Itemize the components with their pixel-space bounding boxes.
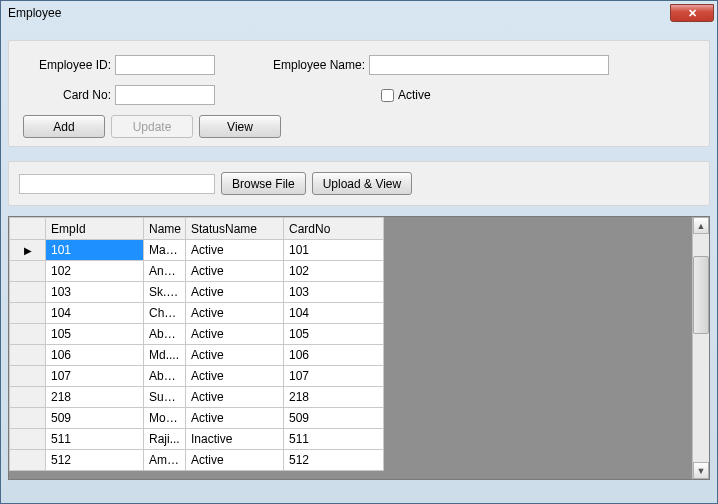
upload-view-button[interactable]: Upload & View [312, 172, 413, 195]
cell-empid[interactable]: 102 [46, 261, 144, 282]
cell-name[interactable]: Sk.A... [144, 282, 186, 303]
cell-empid[interactable]: 103 [46, 282, 144, 303]
cell-status[interactable]: Active [186, 345, 284, 366]
row-header[interactable] [10, 303, 46, 324]
cell-cardno[interactable]: 512 [284, 450, 384, 471]
table-row[interactable]: 509Moh...Active509 [10, 408, 384, 429]
add-button[interactable]: Add [23, 115, 105, 138]
employee-id-input[interactable] [115, 55, 215, 75]
table-row[interactable]: 104Cha...Active104 [10, 303, 384, 324]
employee-id-label: Employee ID: [23, 58, 111, 72]
cell-status[interactable]: Active [186, 408, 284, 429]
cell-name[interactable]: Raji... [144, 429, 186, 450]
employee-name-input[interactable] [369, 55, 609, 75]
cell-status[interactable]: Active [186, 303, 284, 324]
cell-name[interactable]: Abd... [144, 366, 186, 387]
cell-empid[interactable]: 101 [46, 240, 144, 261]
cell-empid[interactable]: 107 [46, 366, 144, 387]
row-header[interactable] [10, 450, 46, 471]
cell-status[interactable]: Active [186, 450, 284, 471]
card-no-label: Card No: [23, 88, 111, 102]
cell-name[interactable]: Moh... [144, 408, 186, 429]
grid-scroll[interactable]: EmpId Name StatusName CardNo ▶101Mam...A… [9, 217, 692, 479]
cell-empid[interactable]: 218 [46, 387, 144, 408]
cell-cardno[interactable]: 509 [284, 408, 384, 429]
row-header[interactable] [10, 387, 46, 408]
cell-name[interactable]: Cha... [144, 303, 186, 324]
cell-empid[interactable]: 105 [46, 324, 144, 345]
cell-status[interactable]: Active [186, 240, 284, 261]
employee-name-label: Employee Name: [269, 58, 365, 72]
row-header[interactable] [10, 408, 46, 429]
scroll-track[interactable] [693, 234, 709, 462]
table-row[interactable]: 218Sum...Active218 [10, 387, 384, 408]
view-button[interactable]: View [199, 115, 281, 138]
cell-status[interactable]: Active [186, 387, 284, 408]
cell-empid[interactable]: 509 [46, 408, 144, 429]
cell-empid[interactable]: 104 [46, 303, 144, 324]
scroll-down-arrow-icon[interactable]: ▼ [693, 462, 709, 479]
cell-status[interactable]: Active [186, 324, 284, 345]
cell-status[interactable]: Active [186, 282, 284, 303]
row-header[interactable] [10, 366, 46, 387]
row-header[interactable] [10, 261, 46, 282]
table-row[interactable]: 105Abd....Active105 [10, 324, 384, 345]
card-no-input[interactable] [115, 85, 215, 105]
active-checkbox-wrap[interactable]: Active [377, 86, 431, 105]
vertical-scrollbar[interactable]: ▲ ▼ [692, 217, 709, 479]
cell-cardno[interactable]: 107 [284, 366, 384, 387]
cell-cardno[interactable]: 511 [284, 429, 384, 450]
row-header[interactable] [10, 282, 46, 303]
cell-cardno[interactable]: 218 [284, 387, 384, 408]
title-bar: Employee ✕ [2, 2, 716, 24]
table-row[interactable]: 511Raji...Inactive511 [10, 429, 384, 450]
cell-cardno[interactable]: 102 [284, 261, 384, 282]
update-button: Update [111, 115, 193, 138]
scroll-up-arrow-icon[interactable]: ▲ [693, 217, 709, 234]
cell-empid[interactable]: 106 [46, 345, 144, 366]
table-row[interactable]: 107Abd...Active107 [10, 366, 384, 387]
header-cardno[interactable]: CardNo [284, 218, 384, 240]
cell-cardno[interactable]: 101 [284, 240, 384, 261]
active-label: Active [398, 88, 431, 102]
table-row[interactable]: 103Sk.A...Active103 [10, 282, 384, 303]
scroll-thumb[interactable] [693, 256, 709, 334]
table-row[interactable]: 106Md....Active106 [10, 345, 384, 366]
browse-file-button[interactable]: Browse File [221, 172, 306, 195]
table-row[interactable]: 512Amz...Active512 [10, 450, 384, 471]
grid-header-row: EmpId Name StatusName CardNo [10, 218, 384, 240]
cell-name[interactable]: Sum... [144, 387, 186, 408]
header-name[interactable]: Name [144, 218, 186, 240]
header-empid[interactable]: EmpId [46, 218, 144, 240]
row-header[interactable]: ▶ [10, 240, 46, 261]
grid-container: EmpId Name StatusName CardNo ▶101Mam...A… [8, 216, 710, 480]
form-panel: Employee ID: Employee Name: Card No: Act… [8, 40, 710, 147]
cell-cardno[interactable]: 103 [284, 282, 384, 303]
cell-status[interactable]: Inactive [186, 429, 284, 450]
window-title: Employee [8, 6, 670, 20]
grid-corner-header[interactable] [10, 218, 46, 240]
table-row[interactable]: 102Ano...Active102 [10, 261, 384, 282]
employee-grid[interactable]: EmpId Name StatusName CardNo ▶101Mam...A… [9, 217, 384, 471]
cell-name[interactable]: Abd.... [144, 324, 186, 345]
cell-name[interactable]: Mam... [144, 240, 186, 261]
row-header[interactable] [10, 345, 46, 366]
cell-name[interactable]: Amz... [144, 450, 186, 471]
cell-name[interactable]: Md.... [144, 345, 186, 366]
table-row[interactable]: ▶101Mam...Active101 [10, 240, 384, 261]
active-checkbox[interactable] [381, 89, 394, 102]
cell-status[interactable]: Active [186, 366, 284, 387]
cell-empid[interactable]: 512 [46, 450, 144, 471]
close-icon: ✕ [688, 7, 697, 20]
row-header[interactable] [10, 429, 46, 450]
cell-status[interactable]: Active [186, 261, 284, 282]
cell-name[interactable]: Ano... [144, 261, 186, 282]
row-header[interactable] [10, 324, 46, 345]
cell-cardno[interactable]: 105 [284, 324, 384, 345]
cell-cardno[interactable]: 104 [284, 303, 384, 324]
header-status[interactable]: StatusName [186, 218, 284, 240]
cell-empid[interactable]: 511 [46, 429, 144, 450]
cell-cardno[interactable]: 106 [284, 345, 384, 366]
close-button[interactable]: ✕ [670, 4, 714, 22]
row-pointer-icon: ▶ [24, 245, 32, 256]
